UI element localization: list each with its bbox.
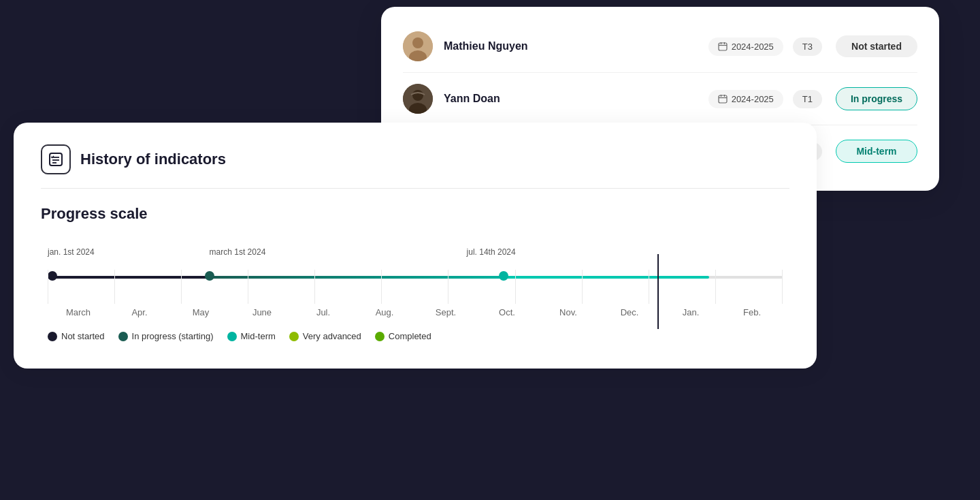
status-badge-sandra: Mid-term	[836, 140, 917, 163]
year-mathieu: 2024-2025	[732, 42, 774, 52]
avatar-mathieu	[403, 31, 433, 61]
status-badge-mathieu: Not started	[836, 35, 917, 57]
legend-label-very-advanced: Very advanced	[303, 331, 361, 341]
month-grid-lines	[48, 270, 783, 304]
month-jul: Jul.	[293, 307, 354, 317]
month-oct: Oct.	[476, 307, 538, 317]
page-title: History of indicators	[80, 151, 226, 168]
svg-point-1	[412, 37, 423, 48]
month-dec: Dec.	[599, 307, 660, 317]
legend: Not started In progress (starting) Mid-t…	[48, 331, 783, 341]
calendar-icon	[718, 42, 728, 51]
month-feb: Feb.	[721, 307, 783, 317]
svg-rect-3	[719, 43, 727, 50]
legend-dot-in-progress	[118, 332, 128, 341]
date-jul: jul. 14th 2024	[467, 247, 516, 257]
month-grid-container: March Apr. May June Jul. Aug. Sept. Oct.…	[48, 307, 783, 317]
month-aug: Aug.	[354, 307, 415, 317]
year-yann: 2024-2025	[732, 94, 774, 104]
card-header: History of indicators	[41, 144, 789, 189]
month-apr: Apr.	[109, 307, 170, 317]
legend-mid-term: Mid-term	[227, 331, 276, 341]
trimester-yann: T1	[793, 90, 822, 108]
legend-label-mid-term: Mid-term	[241, 331, 276, 341]
month-june: June	[231, 307, 293, 317]
person-name-yann: Yann Doan	[444, 93, 708, 105]
legend-dot-completed	[375, 332, 385, 341]
date-badge-yann: 2024-2025	[708, 90, 783, 108]
legend-very-advanced: Very advanced	[289, 331, 361, 341]
date-march: march 1st 2024	[210, 247, 266, 257]
svg-point-8	[412, 90, 423, 101]
status-badge-yann: In progress	[836, 87, 917, 110]
date-badge-mathieu: 2024-2025	[708, 37, 783, 56]
legend-not-started: Not started	[48, 331, 105, 341]
avatar-yann	[403, 84, 433, 114]
timeline-dates: jan. 1st 2024 march 1st 2024 jul. 14th 2…	[48, 247, 783, 272]
month-may: May	[170, 307, 231, 317]
progress-section: Progress scale jan. 1st 2024 march 1st 2…	[41, 205, 789, 341]
month-jan: Jan.	[660, 307, 721, 317]
legend-dot-mid-term	[227, 332, 237, 341]
legend-label-in-progress: In progress (starting)	[132, 331, 214, 341]
legend-completed: Completed	[375, 331, 431, 341]
legend-dot-not-started	[48, 332, 57, 341]
trimester-mathieu: T3	[793, 37, 822, 56]
checklist-icon	[48, 151, 64, 168]
progress-label: Progress scale	[41, 205, 789, 223]
date-jan: jan. 1st 2024	[48, 247, 95, 257]
main-card: History of indicators Progress scale jan…	[14, 123, 817, 369]
person-name-mathieu: Mathieu Nguyen	[444, 40, 708, 52]
svg-rect-21	[50, 153, 62, 166]
legend-label-completed: Completed	[389, 331, 431, 341]
timeline-container: jan. 1st 2024 march 1st 2024 jul. 14th 2…	[41, 247, 789, 341]
month-march: March	[48, 307, 109, 317]
legend-in-progress: In progress (starting)	[118, 331, 214, 341]
svg-rect-10	[719, 95, 727, 103]
person-row-mathieu: Mathieu Nguyen 2024-2025 T3 Not started	[403, 20, 917, 73]
calendar-icon-yann	[718, 94, 728, 104]
month-grid: March Apr. May June Jul. Aug. Sept. Oct.…	[48, 307, 783, 317]
month-nov: Nov.	[538, 307, 599, 317]
legend-dot-very-advanced	[289, 332, 299, 341]
month-sept: Sept.	[415, 307, 476, 317]
header-icon	[41, 144, 71, 174]
person-row-yann: Yann Doan 2024-2025 T1 In progress	[403, 73, 917, 125]
legend-label-not-started: Not started	[61, 331, 105, 341]
